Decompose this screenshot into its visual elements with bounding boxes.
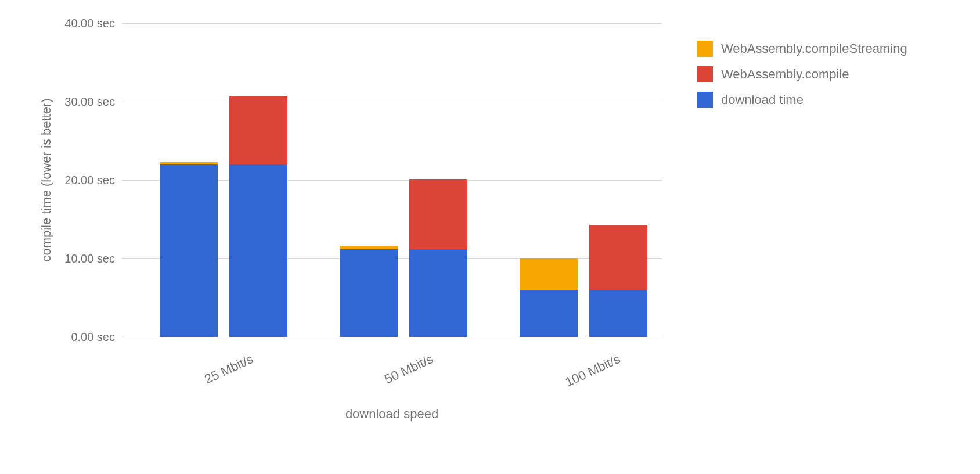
legend-swatch — [697, 66, 713, 82]
bar-segment-compile — [229, 96, 287, 164]
bar-segment-download — [229, 164, 287, 337]
x-tick-label: 25 Mbit/s — [202, 351, 255, 387]
y-tick-label: 10.00 sec — [64, 252, 122, 265]
bar-segment-download — [160, 164, 218, 337]
y-tick-label: 30.00 sec — [64, 95, 122, 109]
bar-segment-compile — [409, 179, 467, 249]
legend-label: WebAssembly.compileStreaming — [721, 41, 907, 56]
y-axis-title: compile time (lower is better) — [39, 98, 54, 261]
legend-label: WebAssembly.compile — [721, 67, 849, 82]
bar-group — [151, 23, 302, 337]
legend: WebAssembly.compileStreamingWebAssembly.… — [697, 41, 907, 117]
x-axis-title: download speed — [122, 407, 662, 422]
y-tick-label: 40.00 sec — [64, 17, 122, 30]
bar-segment-stream — [340, 246, 398, 249]
chart: compile time (lower is better) 0.00 sec1… — [35, 0, 685, 436]
legend-item: WebAssembly.compile — [697, 66, 907, 82]
x-tick-label: 100 Mbit/s — [563, 351, 623, 390]
bar-segment-stream — [520, 258, 578, 290]
y-tick-label: 20.00 sec — [64, 174, 122, 187]
legend-label: download time — [721, 92, 804, 107]
bar-group — [331, 23, 482, 337]
legend-swatch — [697, 92, 713, 108]
bar-segment-stream — [160, 162, 218, 164]
y-tick-label: 0.00 sec — [71, 331, 122, 344]
plot-area: 0.00 sec10.00 sec20.00 sec30.00 sec40.00… — [122, 23, 662, 337]
bar-segment-download — [409, 249, 467, 337]
legend-item: WebAssembly.compileStreaming — [697, 41, 907, 57]
x-axis-labels: 25 Mbit/s50 Mbit/s100 Mbit/s — [122, 346, 662, 392]
x-tick-label: 50 Mbit/s — [382, 351, 435, 387]
bar-group — [511, 23, 662, 337]
legend-swatch — [697, 41, 713, 57]
bar-segment-compile — [589, 225, 647, 290]
bar-segment-download — [589, 290, 647, 337]
bar-segment-download — [340, 249, 398, 337]
bar-segment-download — [520, 290, 578, 337]
legend-item: download time — [697, 92, 907, 108]
